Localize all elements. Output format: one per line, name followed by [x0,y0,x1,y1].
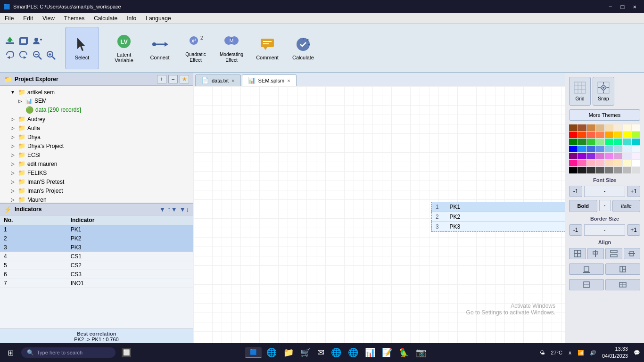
taskbar-store-icon[interactable]: 🛒 [298,346,313,360]
select-button[interactable]: Select [65,27,99,69]
pe-header-right[interactable]: + − ★ [157,75,189,83]
color-cell[interactable] [596,124,604,131]
filter-button-3[interactable]: ▼↓ [179,206,189,213]
start-button[interactable]: ⊞ [4,346,17,359]
tab-data-txt[interactable]: 📄 data.txt × [195,74,241,86]
tree-root-item[interactable]: ▼ 📁 artikel sem [0,88,193,97]
color-cell[interactable] [632,153,640,159]
indicator-row[interactable]: 4CS1 [0,252,193,261]
color-cell[interactable] [614,160,622,166]
indicator-row[interactable]: 7INO1 [0,279,193,288]
taskbar-chrome-icon[interactable]: 🌐 [329,346,343,360]
color-cell[interactable] [614,146,622,152]
color-cell[interactable] [578,167,586,173]
align-bottom-right-button[interactable] [605,263,640,275]
color-cell[interactable] [605,139,613,145]
taskbar-app2-icon[interactable]: 📷 [414,346,428,360]
indicator-row[interactable]: 1PK1 [0,225,193,234]
zoom-out-button[interactable] [31,49,43,61]
menu-file[interactable]: File [0,14,18,23]
canvas-area[interactable]: 1PK12PK23PK3 Activate Windows Go to Sett… [193,86,565,344]
color-cell[interactable] [614,132,622,138]
tree-item-audrey[interactable]: ▷ 📁 Audrey [0,115,193,123]
color-cell[interactable] [587,132,595,138]
color-cell[interactable] [578,146,586,152]
color-cell[interactable] [569,139,578,145]
color-cell[interactable] [596,167,604,173]
align-right-top-button[interactable] [605,248,622,259]
color-cell[interactable] [569,146,578,152]
indicator-row[interactable]: 6CS3 [0,270,193,279]
align-size-equal-button[interactable] [569,279,604,290]
indicator-row[interactable]: 5CS2 [0,261,193,270]
color-cell[interactable] [632,146,640,152]
color-cell[interactable] [605,167,613,173]
tab-data-close[interactable]: × [231,78,234,83]
taskbar-chrome2-icon[interactable]: 🌐 [346,346,360,360]
volume-icon[interactable]: 🔊 [590,350,596,356]
system-tray[interactable]: ∧ [568,350,572,356]
font-size-minus-button[interactable]: -1 [569,186,582,197]
color-cell[interactable] [632,124,640,131]
latent-variable-button[interactable]: LV Latent Variable [107,27,141,69]
pe-add-button[interactable]: + [157,75,166,83]
filter-button-1[interactable]: ▼ [159,206,165,213]
tree-item-edit-mauren[interactable]: ▷ 📁 edit mauren [0,159,193,168]
taskbar-app1-icon[interactable]: 🦜 [397,346,411,360]
menu-edit[interactable]: Edit [18,14,38,23]
border-size-minus-button[interactable]: -1 [569,224,582,236]
calculate-button[interactable]: Calculate [286,27,320,69]
color-cell[interactable] [587,146,595,152]
more-themes-button[interactable]: More Themes [569,109,640,121]
tree-item-dhya-project[interactable]: ▷ 📁 Dhya's Project [0,141,193,150]
color-cell[interactable] [605,124,613,131]
color-cell[interactable] [632,167,640,173]
tree-item-aulia[interactable]: ▷ 📁 Aulia [0,123,193,132]
color-cell[interactable] [596,132,604,138]
bold-button[interactable]: Bold [569,200,597,212]
taskbar-word-icon[interactable]: 📝 [380,346,394,360]
color-cell[interactable] [623,139,631,145]
color-cell[interactable] [614,139,622,145]
color-cell[interactable] [569,124,578,131]
italic-button[interactable]: Italic [612,200,641,212]
color-cell[interactable] [578,139,586,145]
taskbar-excel-icon[interactable]: 📊 [363,346,377,360]
connect-button[interactable]: Connect [143,27,177,69]
tree-data-item[interactable]: 🟢 data [290 records] [0,105,193,115]
align-center-top-button[interactable] [587,248,604,259]
sem-row[interactable]: 2PK2 [432,212,565,222]
grid-button[interactable]: Grid [569,77,591,106]
sem-row[interactable]: 3PK3 [432,222,565,232]
color-cell[interactable] [578,153,586,159]
color-cell[interactable] [596,160,604,166]
tree-sem-item[interactable]: ▷ 📊 SEM [0,97,193,105]
add-user-button[interactable] [31,35,43,47]
moderating-effect-button[interactable]: M Moderating Effect [215,27,248,69]
align-distribute-button[interactable] [624,248,641,259]
sem-row[interactable]: 1PK1 [432,202,565,212]
tree-item-iman-pretest[interactable]: ▷ 📁 Iman'S Pretest [0,177,193,186]
color-cell[interactable] [587,160,595,166]
color-cell[interactable] [605,153,613,159]
color-cell[interactable] [623,132,631,138]
color-cell[interactable] [623,146,631,152]
undo-button[interactable] [4,49,16,61]
color-cell[interactable] [623,153,631,159]
tree-item-iman-project[interactable]: ▷ 📁 Iman's Project [0,186,193,195]
snap-button[interactable]: Snap [593,77,614,106]
tab-sem-close[interactable]: × [287,78,290,83]
redo-button[interactable] [17,49,30,61]
color-cell[interactable] [587,124,595,131]
zoom-in-button[interactable] [45,49,57,61]
tab-sem-splsm[interactable]: 📊 SEM.splsm × [242,74,297,86]
search-bar[interactable]: 🔍 Type here to search [21,347,116,358]
close-button[interactable]: × [629,0,640,13]
menu-view[interactable]: View [38,14,59,23]
color-cell[interactable] [605,132,613,138]
color-cell[interactable] [632,139,640,145]
color-cell[interactable] [632,132,640,138]
indicator-row[interactable]: 3PK3 [0,243,193,252]
color-cell[interactable] [587,139,595,145]
color-cell[interactable] [587,153,595,159]
